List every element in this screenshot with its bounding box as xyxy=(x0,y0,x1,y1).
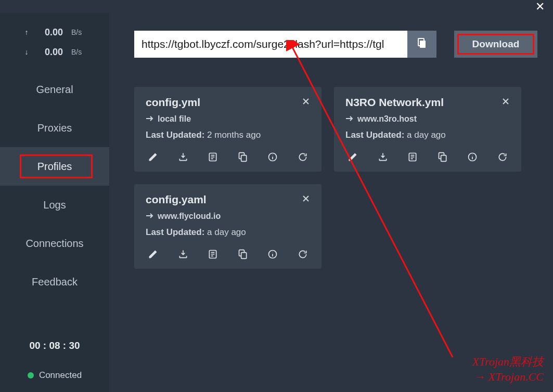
card-source: www.n3ro.host xyxy=(345,114,512,124)
updated-label: Last Updated: xyxy=(146,227,204,237)
uptime-timer: 00 : 08 : 30 xyxy=(0,329,109,363)
download-value: 0.00 xyxy=(39,47,63,58)
card-close-icon[interactable] xyxy=(499,96,512,109)
updated-label: Last Updated: xyxy=(146,130,204,140)
copy-icon[interactable] xyxy=(435,150,450,164)
svg-rect-0 xyxy=(420,41,426,48)
nav: General Proxies Profiles Logs Connection… xyxy=(0,70,109,301)
status-label: Connected xyxy=(39,370,82,381)
updated-value: 2 months ago xyxy=(207,130,261,140)
clipboard-icon xyxy=(416,37,428,51)
edit-icon[interactable] xyxy=(146,150,160,164)
import-icon[interactable] xyxy=(176,247,190,262)
updated-value: a day ago xyxy=(207,227,246,237)
arrow-right-icon xyxy=(146,212,154,221)
list-icon[interactable] xyxy=(205,247,220,262)
card-source: local file xyxy=(146,114,312,124)
nav-label: General xyxy=(36,84,73,96)
refresh-icon xyxy=(295,150,310,164)
info-icon[interactable] xyxy=(265,247,280,262)
traffic-download: ↓ 0.00 B/s xyxy=(0,42,109,62)
nav-item-feedback[interactable]: Feedback xyxy=(0,263,109,301)
updated-label: Last Updated: xyxy=(345,130,404,140)
titlebar: ✕ xyxy=(0,0,553,13)
arrow-right-icon xyxy=(345,114,354,124)
nav-label: Connections xyxy=(25,238,83,250)
close-icon[interactable]: ✕ xyxy=(532,0,548,14)
upload-unit: B/s xyxy=(71,28,87,36)
profile-card[interactable]: config.yaml www.flycloud.io Last Updated… xyxy=(134,184,321,269)
nav-item-profiles[interactable]: Profiles xyxy=(0,147,109,186)
download-button[interactable]: Download xyxy=(454,31,537,58)
refresh-icon[interactable] xyxy=(495,150,510,164)
traffic-upload: ↑ 0.00 B/s xyxy=(0,22,109,42)
card-title: config.yaml xyxy=(146,193,207,206)
card-close-icon[interactable] xyxy=(300,96,312,109)
updated-value: a day ago xyxy=(407,130,446,140)
card-actions xyxy=(146,149,312,165)
card-title: N3RO Network.yml xyxy=(345,96,444,109)
info-icon[interactable] xyxy=(465,150,480,164)
download-unit: B/s xyxy=(71,48,87,56)
card-source-text: www.n3ro.host xyxy=(357,114,417,124)
card-source: www.flycloud.io xyxy=(146,212,312,221)
arrow-up-icon: ↑ xyxy=(22,28,31,36)
traffic-panel: ↑ 0.00 B/s ↓ 0.00 B/s xyxy=(0,19,109,70)
list-icon[interactable] xyxy=(205,150,220,164)
info-icon[interactable] xyxy=(265,150,280,164)
profile-card[interactable]: N3RO Network.yml www.n3ro.host Last Upda… xyxy=(334,87,521,172)
nav-item-connections[interactable]: Connections xyxy=(0,224,109,263)
refresh-icon[interactable] xyxy=(295,247,310,262)
copy-icon[interactable] xyxy=(236,150,250,164)
url-row: Download xyxy=(134,31,537,58)
svg-rect-6 xyxy=(441,155,446,162)
status-dot-icon xyxy=(28,372,34,378)
nav-item-general[interactable]: General xyxy=(0,70,109,109)
card-source-text: local file xyxy=(158,114,191,124)
svg-rect-3 xyxy=(241,155,246,162)
edit-icon[interactable] xyxy=(146,247,160,262)
import-icon[interactable] xyxy=(376,150,390,164)
arrow-down-icon: ↓ xyxy=(22,48,31,56)
card-title: config.yml xyxy=(146,96,200,109)
content-area: Download config.yml local file xyxy=(109,13,553,392)
card-updated: Last Updated: a day ago xyxy=(345,130,512,140)
copy-icon[interactable] xyxy=(236,247,250,262)
nav-item-proxies[interactable]: Proxies xyxy=(0,109,109,147)
url-group xyxy=(134,31,436,58)
download-label: Download xyxy=(472,38,520,50)
card-updated: Last Updated: a day ago xyxy=(146,227,312,238)
nav-label: Logs xyxy=(43,199,66,211)
profile-card[interactable]: config.yml local file Last Updated: 2 mo… xyxy=(134,87,321,172)
import-icon[interactable] xyxy=(176,150,190,164)
svg-rect-9 xyxy=(241,253,246,259)
nav-label: Feedback xyxy=(32,276,78,288)
card-actions xyxy=(146,246,312,263)
nav-item-logs[interactable]: Logs xyxy=(0,186,109,224)
main-layout: ↑ 0.00 B/s ↓ 0.00 B/s General Proxies Pr… xyxy=(0,13,553,392)
card-updated: Last Updated: 2 months ago xyxy=(146,130,312,140)
profile-cards: config.yml local file Last Updated: 2 mo… xyxy=(134,87,537,269)
connection-status: Connected xyxy=(0,363,109,392)
profile-url-input[interactable] xyxy=(134,31,407,58)
card-close-icon[interactable] xyxy=(300,193,312,206)
paste-button[interactable] xyxy=(407,31,436,58)
list-icon[interactable] xyxy=(405,150,420,164)
card-actions xyxy=(345,149,512,165)
edit-icon[interactable] xyxy=(345,150,360,164)
arrow-right-icon xyxy=(146,114,154,124)
nav-label: Profiles xyxy=(37,161,72,173)
upload-value: 0.00 xyxy=(39,27,63,38)
sidebar: ↑ 0.00 B/s ↓ 0.00 B/s General Proxies Pr… xyxy=(0,13,109,392)
nav-label: Proxies xyxy=(37,122,72,134)
card-source-text: www.flycloud.io xyxy=(158,212,221,221)
